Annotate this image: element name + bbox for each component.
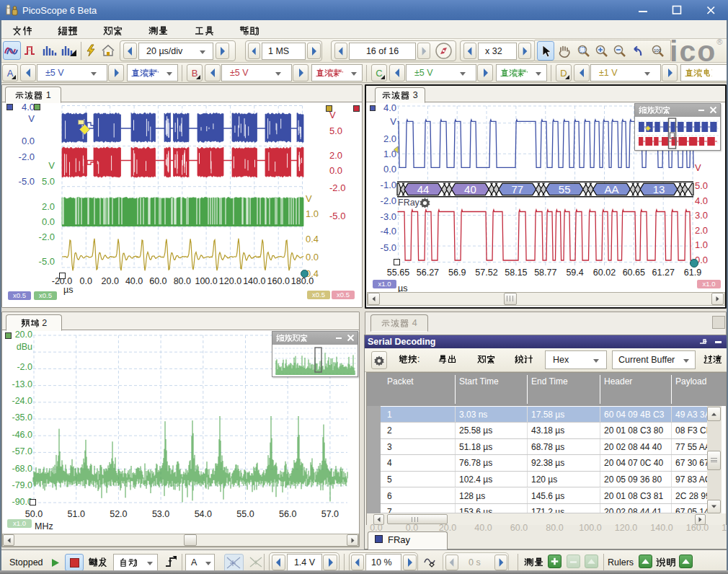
svg-text:44: 44 bbox=[417, 183, 430, 195]
svg-text:55: 55 bbox=[559, 183, 571, 195]
svg-text:40: 40 bbox=[464, 183, 476, 195]
svg-text:100: 100 bbox=[654, 48, 662, 53]
svg-text:AA: AA bbox=[605, 183, 619, 195]
svg-text:77: 77 bbox=[511, 183, 523, 195]
svg-text:13: 13 bbox=[653, 183, 665, 195]
